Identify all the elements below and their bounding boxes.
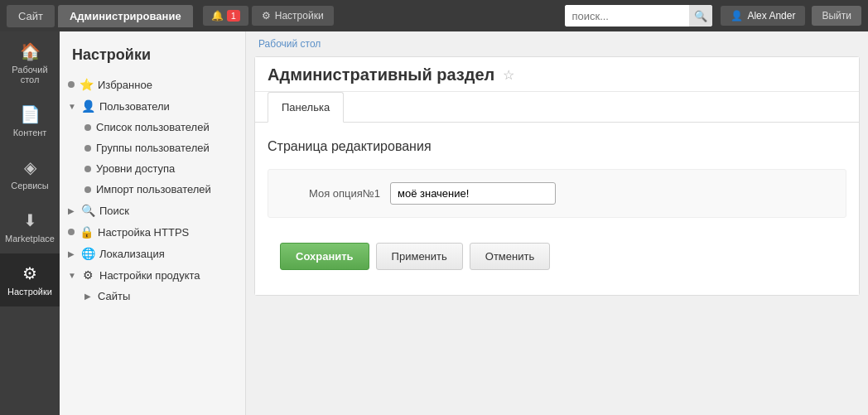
favorites-label: Избранное [98, 79, 152, 91]
logout-button[interactable]: Выйти [812, 6, 861, 26]
cancel-button[interactable]: Отменить [470, 243, 550, 270]
notif-count: 1 [227, 10, 240, 22]
content-inner: Страница редактирования Моя опция№1 Сохр… [255, 123, 859, 295]
user-menu-button[interactable]: 👤 Alex Ander [721, 6, 805, 26]
sidebar-item-favorites[interactable]: ⭐ Избранное [60, 74, 245, 95]
action-row: Сохранить Применить Отменить [268, 234, 846, 278]
bullet-icon [84, 166, 91, 172]
arrow-right-icon: ▶ [84, 292, 93, 301]
favorite-star-icon[interactable]: ☆ [503, 67, 514, 83]
bullet-icon [84, 124, 91, 131]
gear-small-icon: ⚙ [81, 268, 94, 282]
tab-panelka[interactable]: Панелька [268, 92, 344, 123]
bullet-icon [84, 186, 91, 193]
user-icon: 👤 [731, 10, 743, 22]
localization-label: Локализация [99, 248, 165, 260]
sidebar-item-user-import[interactable]: Импорт пользователей [60, 179, 245, 200]
access-levels-label: Уровни доступа [96, 162, 175, 175]
apply-button[interactable]: Применить [376, 243, 463, 270]
save-button[interactable]: Сохранить [280, 243, 369, 270]
user-list-label: Список пользователей [96, 121, 210, 133]
sidebar-label-settings: Настройки [7, 287, 52, 297]
section-title: Страница редактирования [268, 139, 846, 154]
bullet-icon [84, 145, 91, 152]
arrow-right-icon: ▶ [68, 206, 76, 215]
sidebar-item-dashboard[interactable]: 🏠 Рабочий стол [0, 31, 60, 94]
users-icon: 👤 [81, 99, 94, 113]
sidebar-label-services: Сервисы [11, 181, 49, 191]
page-header: Административный раздел ☆ [255, 57, 859, 92]
product-settings-label: Настройки продукта [99, 269, 200, 282]
main-layout: 🏠 Рабочий стол 📄 Контент ◈ Сервисы ⬇ Mar… [0, 31, 868, 415]
arrow-down-icon: ▼ [68, 271, 76, 280]
star-icon: ⭐ [80, 78, 93, 91]
notification-button[interactable]: 🔔 1 [203, 6, 248, 26]
sidebar-label-marketplace: Marketplace [5, 234, 55, 244]
sidebar-item-content[interactable]: 📄 Контент [0, 94, 60, 147]
form-input-value[interactable] [390, 182, 556, 205]
sidebar-item-search[interactable]: ▶ 🔍 Поиск [60, 200, 245, 221]
settings-icon: ⚙ [22, 263, 37, 283]
tabs-bar: Панелька [255, 92, 859, 123]
sidebar-item-product-settings[interactable]: ▼ ⚙ Настройки продукта [60, 264, 245, 286]
main-content: Рабочий стол Административный раздел ☆ П… [246, 31, 868, 415]
globe-icon: 🌐 [81, 247, 94, 260]
users-label: Пользователи [99, 100, 170, 113]
user-groups-label: Группы пользователей [96, 142, 210, 154]
breadcrumb[interactable]: Рабочий стол [246, 31, 868, 56]
settings-menu-label: Настройки [275, 10, 324, 22]
lock-icon: 🔒 [80, 225, 93, 239]
search-button[interactable]: 🔍 [689, 5, 712, 27]
bullet-icon [68, 81, 75, 88]
home-icon: 🏠 [20, 41, 41, 61]
sidebar-item-https[interactable]: 🔒 Настройка HTTPS [60, 221, 245, 243]
gear-icon: ⚙ [262, 10, 271, 22]
sidebar-item-user-groups[interactable]: Группы пользователей [60, 138, 245, 158]
arrow-right-icon: ▶ [68, 249, 76, 258]
marketplace-icon: ⬇ [23, 210, 37, 230]
search-label: Поиск [99, 205, 129, 217]
sidebar-item-sites[interactable]: ▶ Сайты [60, 286, 245, 306]
admin-tab[interactable]: Администрирование [58, 5, 193, 27]
site-tab[interactable]: Сайт [7, 5, 55, 27]
sidebar-label-content: Контент [13, 128, 47, 138]
arrow-down-icon: ▼ [68, 102, 76, 111]
top-bar: Сайт Администрирование 🔔 1 ⚙ Настройки 🔍… [0, 0, 868, 31]
sidebar-item-user-list[interactable]: Список пользователей [60, 117, 245, 138]
form-row: Моя опция№1 [268, 169, 846, 218]
sidebar-label-dashboard: Рабочий стол [3, 65, 56, 84]
sidebar-item-settings[interactable]: ⚙ Настройки [0, 253, 60, 306]
page-title: Административный раздел [268, 65, 494, 84]
user-import-label: Импорт пользователей [96, 183, 211, 195]
settings-sidebar-title: Настройки [60, 40, 245, 74]
search-icon: 🔍 [81, 204, 94, 217]
sidebar-item-marketplace[interactable]: ⬇ Marketplace [0, 200, 60, 253]
sidebar-item-services[interactable]: ◈ Сервисы [0, 147, 60, 200]
sidebar-item-localization[interactable]: ▶ 🌐 Локализация [60, 243, 245, 264]
sites-label: Сайты [98, 290, 130, 302]
search-input[interactable] [565, 5, 689, 27]
settings-sidebar: Настройки ⭐ Избранное ▼ 👤 Пользователи С… [60, 31, 246, 415]
sidebar-item-access-levels[interactable]: Уровни доступа [60, 158, 245, 179]
content-area: Административный раздел ☆ Панелька Стран… [254, 56, 860, 296]
icon-sidebar: 🏠 Рабочий стол 📄 Контент ◈ Сервисы ⬇ Mar… [0, 31, 60, 415]
search-box: 🔍 [565, 5, 712, 27]
form-label: Моя опция№1 [281, 187, 380, 200]
bullet-icon [68, 229, 75, 235]
services-icon: ◈ [24, 157, 36, 177]
settings-menu-button[interactable]: ⚙ Настройки [252, 6, 334, 26]
https-label: Настройка HTTPS [98, 226, 189, 239]
user-name: Alex Ander [747, 10, 795, 22]
content-icon: 📄 [20, 104, 41, 124]
sidebar-item-users[interactable]: ▼ 👤 Пользователи [60, 95, 245, 117]
bell-icon: 🔔 [211, 10, 224, 22]
